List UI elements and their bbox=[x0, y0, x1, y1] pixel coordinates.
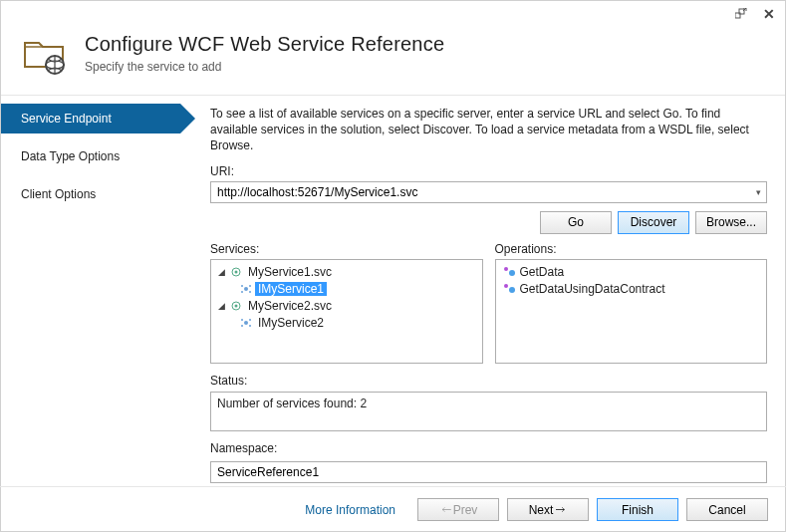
go-button[interactable]: Go bbox=[540, 211, 612, 234]
svg-point-14 bbox=[235, 305, 238, 308]
contract-icon bbox=[239, 283, 253, 295]
chevron-down-icon[interactable]: ▾ bbox=[750, 187, 766, 197]
instruction-text: To see a list of available services on a… bbox=[210, 106, 767, 154]
tree-node-contract[interactable]: IMyService1 bbox=[211, 281, 482, 298]
svg-point-21 bbox=[509, 270, 515, 276]
svg-point-11 bbox=[241, 291, 243, 293]
browse-button[interactable]: Browse... bbox=[695, 211, 767, 234]
status-label: Status: bbox=[210, 374, 767, 388]
sidebar-item-label: Data Type Options bbox=[21, 149, 120, 163]
svg-point-17 bbox=[249, 319, 251, 321]
main-area: Service Endpoint Data Type Options Clien… bbox=[1, 95, 785, 483]
status-text: Number of services found: 2 bbox=[217, 397, 367, 410]
tree-node-service[interactable]: ◢ MyService2.svc bbox=[211, 298, 482, 315]
dialog-header: Configure WCF Web Service Reference Spec… bbox=[1, 27, 785, 95]
tree-node-label: MyService1.svc bbox=[245, 265, 335, 279]
cancel-button[interactable]: Cancel bbox=[686, 498, 768, 521]
status-box: Number of services found: 2 bbox=[210, 392, 767, 431]
svg-point-20 bbox=[504, 267, 508, 271]
uri-input[interactable] bbox=[211, 185, 750, 199]
lists-row: Services: ◢ MyService1.svc IMyService1 ◢ bbox=[210, 242, 767, 364]
svg-point-19 bbox=[249, 325, 251, 327]
service-file-icon bbox=[229, 266, 243, 278]
uri-combobox[interactable]: ▾ bbox=[210, 181, 767, 203]
arrow-right-icon: 🡒 bbox=[555, 504, 565, 515]
services-label: Services: bbox=[210, 242, 483, 256]
wizard-footer: More Information 🡐Prev Next🡒 Finish Canc… bbox=[0, 486, 786, 532]
svg-point-10 bbox=[249, 285, 251, 287]
more-information-link[interactable]: More Information bbox=[305, 503, 395, 517]
action-button-row: Go Discover Browse... bbox=[210, 211, 767, 234]
tree-node-label: IMyService2 bbox=[255, 316, 327, 330]
operation-label: GetDataUsingDataContract bbox=[520, 282, 665, 296]
svg-point-12 bbox=[249, 291, 251, 293]
operation-icon bbox=[502, 266, 516, 278]
sidebar-item-label: Client Options bbox=[21, 187, 96, 201]
operations-label: Operations: bbox=[495, 242, 768, 256]
tree-node-label: IMyService1 bbox=[255, 282, 327, 296]
operation-label: GetData bbox=[520, 265, 565, 279]
next-button[interactable]: Next🡒 bbox=[507, 498, 589, 521]
sidebar-item-data-type-options[interactable]: Data Type Options bbox=[1, 141, 180, 171]
dialog-title: Configure WCF Web Service Reference bbox=[85, 33, 444, 56]
sidebar-item-service-endpoint[interactable]: Service Endpoint bbox=[1, 104, 180, 133]
operation-icon bbox=[502, 283, 516, 295]
sidebar-item-client-options[interactable]: Client Options bbox=[1, 179, 180, 209]
close-icon[interactable]: ✕ bbox=[759, 4, 779, 24]
content-panel: To see a list of available services on a… bbox=[180, 96, 785, 483]
operation-item[interactable]: GetData bbox=[496, 264, 767, 281]
prev-button[interactable]: 🡐Prev bbox=[417, 498, 499, 521]
sidebar-item-label: Service Endpoint bbox=[21, 112, 112, 126]
svg-point-18 bbox=[241, 325, 243, 327]
finish-button[interactable]: Finish bbox=[597, 498, 678, 521]
tree-node-label: MyService2.svc bbox=[245, 299, 335, 313]
operations-list[interactable]: GetData GetDataUsingDataContract bbox=[495, 259, 768, 364]
svg-point-9 bbox=[241, 285, 243, 287]
tree-node-contract[interactable]: IMyService2 bbox=[211, 315, 482, 332]
operation-item[interactable]: GetDataUsingDataContract bbox=[496, 281, 767, 298]
wcf-folder-icon bbox=[21, 33, 69, 81]
expand-collapse-icon[interactable]: ◢ bbox=[215, 267, 227, 277]
svg-point-23 bbox=[509, 287, 515, 293]
services-tree[interactable]: ◢ MyService1.svc IMyService1 ◢ MyService… bbox=[210, 259, 483, 364]
tree-node-service[interactable]: ◢ MyService1.svc bbox=[211, 264, 482, 281]
svg-point-7 bbox=[235, 271, 238, 274]
service-file-icon bbox=[229, 300, 243, 312]
window-titlebar: ✕ bbox=[1, 1, 785, 27]
svg-point-8 bbox=[244, 287, 248, 291]
namespace-input[interactable] bbox=[210, 461, 767, 483]
arrow-left-icon: 🡐 bbox=[441, 504, 451, 515]
window-extra-icon[interactable] bbox=[731, 4, 751, 24]
namespace-label: Namespace: bbox=[210, 441, 767, 455]
expand-collapse-icon[interactable]: ◢ bbox=[215, 301, 227, 311]
svg-point-22 bbox=[504, 284, 508, 288]
contract-icon bbox=[239, 317, 253, 329]
svg-point-16 bbox=[241, 319, 243, 321]
svg-point-15 bbox=[244, 321, 248, 325]
discover-button[interactable]: Discover bbox=[618, 211, 689, 234]
dialog-subtitle: Specify the service to add bbox=[85, 60, 444, 74]
wizard-sidebar: Service Endpoint Data Type Options Clien… bbox=[1, 96, 180, 483]
uri-label: URI: bbox=[210, 164, 767, 178]
